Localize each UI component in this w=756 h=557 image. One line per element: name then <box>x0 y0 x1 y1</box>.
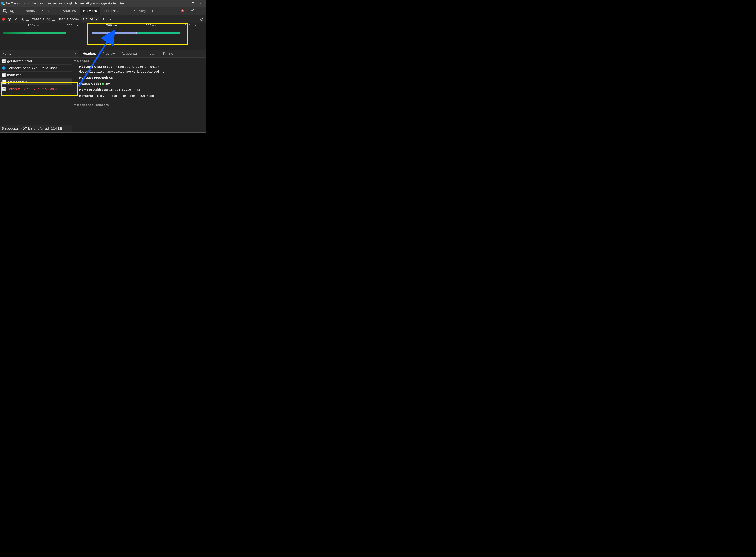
domcontentloaded-line <box>118 23 118 50</box>
minimize-button[interactable] <box>181 0 189 6</box>
tab-sources[interactable]: Sources <box>59 6 79 15</box>
errors-indicator[interactable]: 1 <box>180 6 188 15</box>
request-name: getstarted.js <box>7 80 27 84</box>
more-tabs-chevron-icon[interactable]: » <box>150 6 155 15</box>
edge-icon <box>2 66 6 70</box>
network-settings-icon[interactable] <box>199 17 204 22</box>
kv-remote-address: Remote Address: 18.204.57.207:443 <box>72 87 206 93</box>
request-detail-pane: ✕ Headers Preview Response Initiator Tim… <box>72 50 206 133</box>
window-title: DevTools - microsoft-edge-chromium-devto… <box>6 2 125 5</box>
overview-timeline[interactable]: 100 ms 200 ms 300 ms 400 ms 500 ms <box>0 23 206 50</box>
main-tabstrip: Elements Console Sources Network Perform… <box>0 6 206 15</box>
overview-tick: 200 ms <box>58 24 70 50</box>
tab-performance[interactable]: Performance <box>101 6 129 15</box>
detail-tab-preview[interactable]: Preview <box>99 50 118 57</box>
overview-tick: 500 ms <box>176 24 188 50</box>
svg-point-7 <box>191 9 193 11</box>
tab-elements[interactable]: Elements <box>16 6 38 15</box>
overview-tick: 400 ms <box>136 24 149 50</box>
close-detail-icon[interactable]: ✕ <box>72 50 80 57</box>
overview-tick: 100 ms <box>18 24 31 50</box>
request-row[interactable]: main.css <box>0 71 72 79</box>
error-count: 1 <box>185 9 187 13</box>
section-response-headers[interactable]: ▼ Response Headers <box>72 102 206 108</box>
close-button[interactable] <box>197 0 205 6</box>
overview-bar <box>92 32 136 34</box>
overview-endmark <box>182 31 182 34</box>
request-row[interactable]: getstarted.html <box>0 58 72 65</box>
tab-network[interactable]: Network <box>80 6 100 15</box>
section-general[interactable]: ▼ General <box>72 58 206 64</box>
tab-console[interactable]: Console <box>39 6 59 15</box>
detail-tab-headers[interactable]: Headers <box>80 50 99 57</box>
kv-request-url: Request URL: https://microsoft-edge-chro… <box>72 64 206 75</box>
kv-request-method: Request Method: GET <box>72 75 206 81</box>
file-icon <box>2 87 6 91</box>
overview-bar <box>136 32 137 34</box>
column-header-name[interactable]: Name <box>0 50 72 58</box>
filter-icon[interactable] <box>13 17 18 22</box>
status-requests: 5 requests <box>2 127 19 130</box>
search-icon[interactable] <box>20 17 24 22</box>
overview-bar <box>3 32 66 34</box>
svg-rect-6 <box>12 10 14 12</box>
preserve-log-checkbox[interactable]: Preserve log <box>26 18 50 21</box>
chevron-down-icon: ▼ <box>96 18 97 21</box>
network-split: Name getstarted.html 1ef6de6f-bd5d-47b3-… <box>0 50 206 133</box>
request-row[interactable]: 1ef6de6f-bd5d-47b3-9e6e-0baf… <box>0 65 72 71</box>
record-button[interactable] <box>2 18 5 21</box>
request-name: main.css <box>7 73 21 77</box>
devtools-window: DevTools - microsoft-edge-chromium-devto… <box>0 0 206 133</box>
overview-bar <box>137 32 180 34</box>
device-toolbar-icon[interactable] <box>9 6 15 15</box>
kv-referrer-policy: Referrer Policy: no-referrer-when-downgr… <box>72 93 206 99</box>
request-name: getstarted.html <box>7 59 32 63</box>
detail-tabs: ✕ Headers Preview Response Initiator Tim… <box>72 50 206 58</box>
network-toolbar: Preserve log Disable cache Online ▼ <box>0 15 206 23</box>
import-har-icon[interactable] <box>101 17 106 22</box>
status-ok-icon <box>102 83 104 85</box>
svg-rect-1 <box>192 3 194 4</box>
overview-tick: 300 ms <box>97 24 109 50</box>
feedback-icon[interactable] <box>189 6 196 15</box>
network-status-bar: 5 requests 407 B transferred 114 KB <box>0 125 72 133</box>
disclosure-triangle-icon: ▼ <box>74 60 76 62</box>
checkbox-icon <box>52 18 55 21</box>
request-name: 1ef6de6f-bd5d-47b3-9e6e-0baf… <box>7 87 60 91</box>
clear-button[interactable] <box>7 17 12 22</box>
maximize-button[interactable] <box>189 0 197 6</box>
edge-app-icon <box>1 2 4 5</box>
customize-menu-icon[interactable]: ··· <box>196 6 204 15</box>
tab-memory[interactable]: Memory <box>129 6 149 15</box>
export-har-icon[interactable] <box>108 17 112 22</box>
request-row-error[interactable]: 1ef6de6f-bd5d-47b3-9e6e-0baf… <box>0 85 72 92</box>
detail-tab-initiator[interactable]: Initiator <box>140 50 159 57</box>
file-icon <box>2 80 6 84</box>
throttling-select[interactable]: Online ▼ <box>81 17 100 22</box>
request-row-selected[interactable]: getstarted.js <box>0 79 72 85</box>
detail-tab-timing[interactable]: Timing <box>159 50 177 57</box>
disclosure-triangle-icon: ▼ <box>74 104 76 106</box>
svg-point-16 <box>201 19 202 20</box>
request-list-pane: Name getstarted.html 1ef6de6f-bd5d-47b3-… <box>0 50 72 133</box>
inspect-element-icon[interactable] <box>2 6 8 15</box>
checkbox-icon <box>26 18 29 21</box>
file-icon <box>2 74 6 77</box>
svg-point-10 <box>21 18 23 20</box>
detail-tab-response[interactable]: Response <box>118 50 140 57</box>
svg-line-9 <box>8 18 10 20</box>
file-icon <box>2 59 6 63</box>
kv-status-code: Status Code: 304 <box>72 81 206 87</box>
status-transferred: 407 B transferred <box>21 127 49 130</box>
titlebar: DevTools - microsoft-edge-chromium-devto… <box>0 0 206 6</box>
disable-cache-checkbox[interactable]: Disable cache <box>52 18 79 21</box>
svg-line-11 <box>23 20 24 21</box>
error-icon <box>181 9 184 12</box>
status-resources: 114 KB <box>51 127 62 130</box>
request-name: 1ef6de6f-bd5d-47b3-9e6e-0baf… <box>7 66 60 70</box>
